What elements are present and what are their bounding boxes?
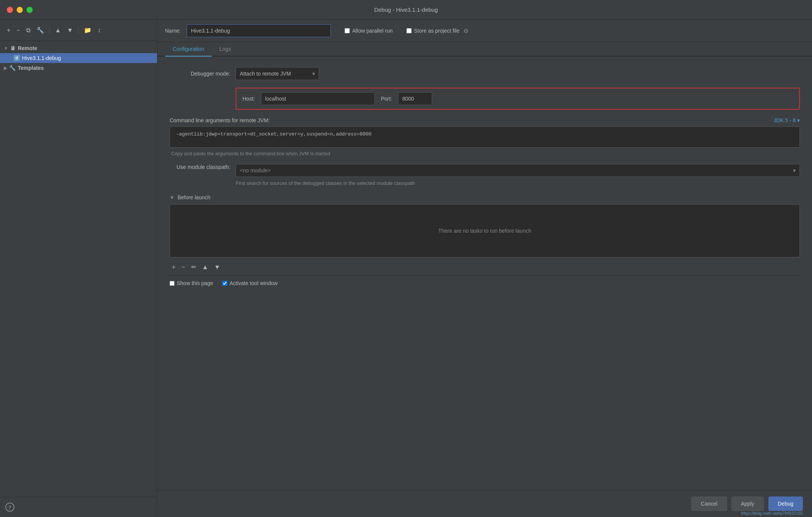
module-value: <no module>: [240, 167, 271, 173]
before-launch-empty-area: There are no tasks to run before launch: [170, 204, 800, 257]
cmdline-box: -agentlib:jdwp=transport=dt_socket,serve…: [170, 126, 800, 148]
close-button[interactable]: [7, 7, 13, 13]
module-dropdown-arrow-icon: ▾: [793, 167, 796, 173]
allow-parallel-group: Allow parallel run: [345, 28, 393, 34]
cancel-button[interactable]: Cancel: [691, 497, 727, 511]
maximize-button[interactable]: [27, 7, 33, 13]
before-launch-up-button[interactable]: ▲: [200, 263, 211, 271]
copy-config-button[interactable]: ⧉: [25, 27, 32, 34]
sidebar: + − ⧉ 🔧 ▲ ▼ 📁 ↕ ▼ 🖥 Remote d Hive3.1.1-d…: [0, 20, 157, 517]
module-classpath-dropdown[interactable]: <no module> ▾: [236, 164, 800, 177]
templates-label: Templates: [18, 65, 44, 71]
remove-config-button[interactable]: −: [15, 27, 21, 34]
module-classpath-label: Use module classpath:: [170, 164, 230, 170]
host-port-box: Host: Port:: [236, 88, 800, 110]
store-as-project-checkbox[interactable]: [406, 28, 412, 33]
jdk-selector[interactable]: JDK 5 - 8 ▾: [774, 117, 800, 123]
chevron-down-icon: ▼: [4, 46, 8, 50]
remote-icon: 🖥: [10, 45, 16, 51]
content-topbar: Name: Allow parallel run Store as projec…: [157, 20, 812, 42]
before-launch-remove-button[interactable]: −: [179, 263, 187, 271]
traffic-lights: [7, 7, 33, 13]
before-launch-edit-button[interactable]: ✏: [189, 263, 198, 271]
debugger-mode-label: Debugger mode:: [170, 71, 230, 77]
window-title: Debug - Hive3.1.1-debug: [374, 6, 438, 13]
cmdline-value: -agentlib:jdwp=transport=dt_socket,serve…: [176, 131, 371, 137]
store-as-project-group: Store as project file ⚙: [406, 27, 469, 35]
tab-logs[interactable]: Logs: [212, 42, 238, 57]
port-label: Port:: [381, 96, 392, 102]
move-up-button[interactable]: ▲: [54, 27, 63, 34]
content-area: Name: Allow parallel run Store as projec…: [157, 20, 812, 517]
before-launch-section: ▼ Before launch There are no tasks to ru…: [170, 194, 800, 273]
debugger-mode-dropdown[interactable]: Attach to remote JVM ▾: [236, 67, 319, 80]
sort-button[interactable]: ↕: [96, 27, 102, 34]
hive-item-label: Hive3.1.1-debug: [22, 55, 61, 61]
allow-parallel-label: Allow parallel run: [352, 28, 393, 34]
move-down-button[interactable]: ▼: [66, 27, 75, 34]
add-config-button[interactable]: +: [5, 27, 12, 34]
before-launch-toolbar: + − ✏ ▲ ▼: [170, 261, 800, 273]
help-button[interactable]: ?: [5, 503, 14, 512]
gear-icon[interactable]: ⚙: [463, 27, 469, 35]
config-debug-icon: d: [14, 55, 20, 61]
debugger-mode-row: Debugger mode: Attach to remote JVM ▾: [170, 67, 800, 80]
host-input[interactable]: [261, 92, 375, 105]
cmdline-hint: Copy and paste the arguments to the comm…: [170, 151, 800, 156]
sidebar-item-templates[interactable]: ▶ 🔧 Templates: [0, 63, 157, 73]
show-page-checkbox[interactable]: [170, 281, 175, 286]
show-page-label: Show this page: [177, 280, 213, 286]
cmdline-header: Command line arguments for remote JVM: J…: [170, 117, 800, 123]
allow-parallel-checkbox[interactable]: [345, 28, 350, 33]
name-label: Name:: [165, 28, 181, 34]
jdk-label: JDK 5 - 8: [774, 117, 796, 123]
titlebar: Debug - Hive3.1.1-debug: [0, 0, 812, 20]
main-layout: + − ⧉ 🔧 ▲ ▼ 📁 ↕ ▼ 🖥 Remote d Hive3.1.1-d…: [0, 20, 812, 517]
activate-window-group: Activate tool window: [222, 280, 278, 286]
cmdline-label: Command line arguments for remote JVM:: [170, 117, 270, 123]
before-launch-down-button[interactable]: ▼: [212, 263, 223, 271]
name-input[interactable]: [187, 24, 331, 37]
apply-button[interactable]: Apply: [732, 497, 764, 511]
activate-window-checkbox[interactable]: [222, 281, 227, 286]
host-label: Host:: [242, 96, 255, 102]
before-launch-empty-text: There are no tasks to run before launch: [438, 228, 531, 234]
port-input[interactable]: [398, 92, 432, 105]
toolbar-separator-2: [78, 27, 79, 34]
tab-bar: Configuration Logs: [157, 42, 812, 57]
before-launch-header[interactable]: ▼ Before launch: [170, 194, 800, 200]
store-as-project-label: Store as project file: [414, 28, 460, 34]
debugger-mode-value: Attach to remote JVM: [240, 71, 291, 77]
minimize-button[interactable]: [17, 7, 23, 13]
before-launch-chevron-icon: ▼: [170, 195, 175, 200]
chevron-right-icon: ▶: [4, 66, 7, 71]
show-page-group: Show this page: [170, 280, 213, 286]
debug-button[interactable]: Debug: [768, 497, 803, 511]
module-classpath-row: Use module classpath: <no module> ▾: [170, 164, 800, 177]
bottom-options: Show this page Activate tool window: [170, 275, 800, 291]
cmdline-section: Command line arguments for remote JVM: J…: [170, 117, 800, 156]
before-launch-add-button[interactable]: +: [170, 263, 178, 271]
sidebar-tree: ▼ 🖥 Remote d Hive3.1.1-debug ▶ 🔧 Templat…: [0, 41, 157, 497]
sidebar-item-hive[interactable]: d Hive3.1.1-debug: [0, 53, 157, 63]
wrench-icon[interactable]: 🔧: [35, 27, 46, 34]
sidebar-item-remote[interactable]: ▼ 🖥 Remote: [0, 43, 157, 53]
question-icon: ?: [8, 504, 11, 510]
dropdown-arrow-icon: ▾: [312, 71, 315, 77]
footer-url: https://blog.csdn.net/a794922102: [741, 511, 803, 517]
config-panel: Debugger mode: Attach to remote JVM ▾ Ho…: [157, 57, 812, 490]
footer: Cancel Apply Debug https://blog.csdn.net…: [157, 490, 812, 517]
toolbar-separator: [49, 27, 50, 34]
remote-label: Remote: [18, 45, 37, 51]
sidebar-toolbar: + − ⧉ 🔧 ▲ ▼ 📁 ↕: [0, 20, 157, 41]
folder-button[interactable]: 📁: [82, 27, 93, 34]
module-classpath-hint: First search for sources of the debugged…: [236, 180, 800, 187]
tab-configuration[interactable]: Configuration: [165, 42, 212, 57]
before-launch-label: Before launch: [178, 194, 210, 200]
activate-window-label: Activate tool window: [230, 280, 278, 286]
sidebar-bottom: ?: [0, 497, 157, 517]
jdk-chevron-icon: ▾: [797, 117, 800, 123]
wrench-template-icon: 🔧: [9, 65, 16, 71]
